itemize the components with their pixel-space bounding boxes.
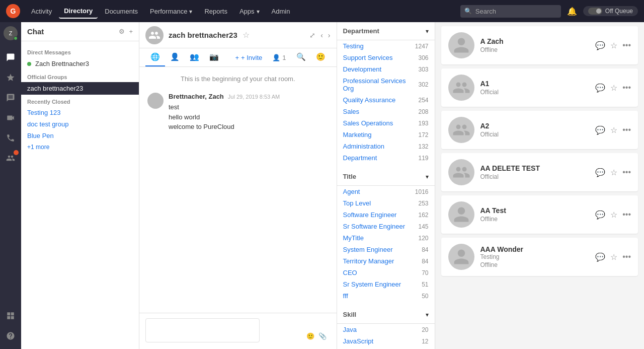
more-link[interactable]: +1 more (21, 142, 139, 153)
dir-more-icon[interactable]: ••• (622, 41, 631, 50)
sidebar-item-chat[interactable] (2, 48, 20, 66)
forward-icon[interactable]: › (328, 31, 331, 39)
tab-emoji[interactable]: 🙂 (311, 48, 331, 66)
nav-item-performance[interactable]: Performance (145, 5, 197, 18)
filter-item[interactable]: Sales Operations 193 (337, 117, 435, 129)
nav-item-activity[interactable]: Activity (26, 5, 57, 18)
tab-video[interactable]: 📷 (204, 48, 224, 66)
emoji-icon[interactable]: 🙂 (306, 332, 314, 340)
nav-item-documents[interactable]: Documents (100, 5, 143, 18)
dir-chat-icon[interactable]: 💬 (595, 125, 605, 135)
sidebar-item-contacts[interactable] (2, 149, 20, 167)
dir-chat-icon[interactable]: 💬 (595, 210, 605, 220)
dir-star-icon[interactable]: ☆ (610, 83, 617, 93)
dir-star-icon[interactable]: ☆ (610, 210, 617, 220)
filter-item[interactable]: Java 20 (337, 324, 435, 335)
dir-chat-icon[interactable]: 💬 (595, 41, 605, 50)
dir-star-icon[interactable]: ☆ (610, 168, 617, 177)
sidebar-item-phone[interactable] (2, 129, 20, 147)
filter-item[interactable]: fff 50 (337, 290, 435, 302)
dir-more-icon[interactable]: ••• (622, 210, 631, 220)
filter-item[interactable]: MyTitle 120 (337, 232, 435, 244)
dir-name: A Zach (480, 37, 590, 45)
sidebar-item-help[interactable] (2, 327, 20, 345)
external-link-icon[interactable]: ⤢ (309, 31, 315, 39)
sidebar-item-messaging[interactable] (2, 89, 20, 107)
invite-button[interactable]: + + Invite (230, 48, 267, 66)
dir-subtitle2: Testing (480, 253, 590, 260)
recently-closed-item[interactable]: doc test group (21, 118, 139, 130)
sidebar-item-grid[interactable] (2, 307, 20, 325)
filter-item[interactable]: CEO 70 (337, 267, 435, 278)
filter-item[interactable]: JavaScript 12 (337, 335, 435, 347)
online-status-dot (14, 36, 18, 40)
nav-item-admin[interactable]: Admin (267, 5, 295, 18)
dir-more-icon[interactable]: ••• (622, 125, 631, 135)
filter-item[interactable]: 1 6 (337, 347, 435, 349)
favorite-star-icon[interactable]: ☆ (243, 30, 250, 40)
dir-more-icon[interactable]: ••• (622, 83, 631, 93)
chat-input[interactable] (145, 318, 260, 342)
official-group-item[interactable]: zach brettnacher23 (21, 82, 139, 95)
dir-more-icon[interactable]: ••• (622, 252, 631, 262)
icon-sidebar: Z (0, 22, 21, 349)
nav-item-apps[interactable]: Apps (234, 5, 265, 18)
tab-group[interactable]: 👥 (185, 48, 204, 66)
filter-item[interactable]: Sr Software Engineer 145 (337, 221, 435, 232)
filter-item[interactable]: Development 303 (337, 63, 435, 75)
filter-section-department[interactable]: Department (337, 22, 435, 40)
dir-chat-icon[interactable]: 💬 (595, 83, 605, 93)
queue-toggle[interactable]: Off Queue (583, 6, 638, 16)
invite-label: + Invite (241, 54, 262, 61)
sidebar-item-favorites[interactable] (2, 68, 20, 87)
dir-name: A1 (480, 80, 590, 88)
filter-item[interactable]: Professional Services Org 302 (337, 75, 435, 94)
sidebar-item-video[interactable] (2, 109, 20, 127)
dir-subtitle: Official (480, 89, 590, 96)
attachment-icon[interactable]: 📎 (318, 332, 327, 340)
filter-item[interactable]: Department 119 (337, 152, 435, 164)
tab-globe[interactable]: 🌐 (145, 48, 165, 66)
dir-chat-icon[interactable]: 💬 (595, 252, 605, 262)
recently-closed-item[interactable]: Blue Pen (21, 130, 139, 142)
filter-item[interactable]: Sr System Engineer 51 (337, 278, 435, 290)
chat-input-wrapper: 🙂 📎 (145, 318, 331, 344)
direct-message-item[interactable]: Zach Brettnacher3 (21, 57, 139, 70)
search-input[interactable] (460, 5, 561, 18)
chat-add-icon[interactable]: + (129, 28, 133, 35)
filter-item[interactable]: Sales 208 (337, 106, 435, 117)
dir-star-icon[interactable]: ☆ (610, 41, 617, 50)
tab-person[interactable]: 👤 (165, 48, 185, 66)
dir-star-icon[interactable]: ☆ (610, 252, 617, 262)
avatar[interactable]: Z (4, 26, 18, 40)
message-author: Brettnacher, Zach (169, 93, 224, 100)
dir-more-icon[interactable]: ••• (622, 168, 631, 177)
tab-search[interactable]: 🔍 (291, 48, 311, 66)
filter-section-skill[interactable]: Skill (337, 306, 435, 324)
back-icon[interactable]: ‹ (320, 31, 323, 39)
notifications-bell-icon[interactable]: 🔔 (567, 7, 577, 16)
dir-name: AAA Wonder (480, 245, 590, 253)
nav-item-reports[interactable]: Reports (199, 5, 232, 18)
filter-item[interactable]: Top Level 253 (337, 197, 435, 209)
filter-item[interactable]: System Engineer 84 (337, 244, 435, 255)
filter-section-title[interactable]: Title (337, 168, 435, 186)
filter-item[interactable]: Testing 1247 (337, 40, 435, 52)
queue-toggle-switch[interactable] (588, 8, 602, 15)
member-count: 👤 1 (267, 48, 291, 66)
filter-item[interactable]: Territory Manager 84 (337, 255, 435, 267)
dir-star-icon[interactable]: ☆ (610, 125, 617, 135)
filter-item[interactable]: Software Engineer 162 (337, 209, 435, 221)
filter-item[interactable]: Marketing 172 (337, 129, 435, 141)
filter-item[interactable]: Quality Assurance 254 (337, 94, 435, 106)
dir-chat-icon[interactable]: 💬 (595, 168, 605, 177)
app-logo[interactable]: G (6, 4, 20, 18)
filter-item[interactable]: Support Services 306 (337, 52, 435, 63)
dir-subtitle: Offline (480, 261, 590, 268)
chat-settings-icon[interactable]: ⚙ (119, 28, 125, 35)
filter-item[interactable]: Administration 132 (337, 141, 435, 152)
nav-item-directory[interactable]: Directory (59, 4, 98, 19)
chat-panel-actions: ⚙ + (119, 28, 133, 35)
filter-item[interactable]: Agent 1016 (337, 186, 435, 197)
recently-closed-item[interactable]: Testing 123 (21, 107, 139, 118)
